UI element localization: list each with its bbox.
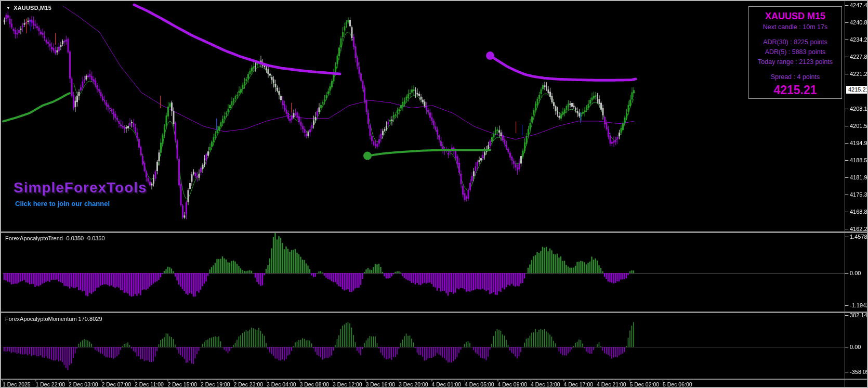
panel-title: XAUUSD M15 <box>749 10 841 22</box>
time-axis-label: 4 Dec 01:00 <box>432 381 462 387</box>
time-axis-label: 3 Dec 20:00 <box>399 381 428 387</box>
indicator1-axis-label: 0.00 <box>850 270 861 276</box>
panel-next-candle: Next candle : 10m 17s <box>749 22 841 32</box>
panel-adr30: ADR(30) : 8225 points <box>749 37 841 47</box>
price-axis-label: 4247.45 <box>850 2 868 8</box>
time-axis-label: 2 Dec 19:00 <box>201 381 230 387</box>
time-axis-label: 2 Dec 15:00 <box>168 381 198 387</box>
indicator2-axis-label: 382.148 <box>850 312 868 318</box>
symbol-label: XAUUSD,M15 <box>14 5 51 11</box>
current-price-box: 4215.21 <box>846 86 868 94</box>
time-axis-label: 2 Dec 11:00 <box>135 381 164 387</box>
panel-spacer <box>749 67 841 72</box>
symbol-dropdown[interactable]: ▼ XAUUSD,M15 <box>6 5 51 11</box>
panel-spread: Spread : 4 points <box>749 72 841 82</box>
time-axis-label: 3 Dec 16:00 <box>366 381 396 387</box>
price-axis[interactable]: 4247.454240.854234.254227.804221.204208.… <box>845 1 868 388</box>
time-axis[interactable]: 1 Dec 20251 Dec 22:002 Dec 03:002 Dec 07… <box>1 380 845 388</box>
chevron-down-icon: ▼ <box>6 6 10 10</box>
price-axis-label: 4175.30 <box>850 191 868 198</box>
time-axis-label: 3 Dec 08:00 <box>300 381 330 387</box>
chart-window: ▼ XAUUSD,M15 SimpleForexTools Click here… <box>0 0 868 388</box>
panel-price: 4215.21 <box>749 83 841 97</box>
price-axis-label: 4240.85 <box>850 19 868 25</box>
time-axis-label: 5 Dec 02:00 <box>630 381 660 387</box>
indicator2-axis-label: 0.00 <box>850 344 861 350</box>
price-axis-label: 4227.80 <box>850 54 868 60</box>
time-axis-label: 1 Dec 22:00 <box>36 381 65 387</box>
indicator1-axis-label: 1.4578 <box>850 234 867 240</box>
subwindow2-splitter[interactable] <box>1 312 868 313</box>
panel-adr5: ADR(5) : 5883 points <box>749 47 841 57</box>
time-axis-label: 4 Dec 09:00 <box>498 381 528 387</box>
subwindow1-splitter[interactable] <box>1 231 868 233</box>
time-axis-label: 3 Dec 12:00 <box>333 381 362 387</box>
indicator2-label: ForexApocalyptoMomentum 170.8029 <box>5 316 102 322</box>
panel-today-range: Today range : 2123 points <box>749 57 841 67</box>
indicator1-label: ForexApocalyptoTrend -0.0350 -0.0350 <box>5 235 105 241</box>
time-axis-label: 2 Dec 23:00 <box>234 381 264 387</box>
watermark-brand: SimpleForexTools <box>14 179 147 196</box>
price-axis-label: 4168.85 <box>850 209 868 215</box>
price-axis-label: 4221.20 <box>850 71 868 77</box>
time-axis-label: 4 Dec 17:00 <box>564 381 594 387</box>
time-axis-label: 3 Dec 04:00 <box>267 381 296 387</box>
time-axis-label: 4 Dec 21:00 <box>597 381 626 387</box>
price-axis-label: 4234.25 <box>850 36 868 43</box>
time-axis-label: 4 Dec 13:00 <box>531 381 560 387</box>
time-axis-label: 5 Dec 06:00 <box>663 381 692 387</box>
price-axis-label: 4208.15 <box>850 106 868 112</box>
time-axis-label: 2 Dec 03:00 <box>69 381 98 387</box>
price-axis-label: 4188.50 <box>850 157 868 163</box>
time-axis-label: 2 Dec 07:00 <box>102 381 131 387</box>
indicator1-axis-label: -1.1942 <box>850 302 868 308</box>
price-axis-label: 4162.25 <box>850 226 868 232</box>
time-axis-label: 4 Dec 05:00 <box>465 381 494 387</box>
indicator2-axis-label: -358.0583 <box>850 369 868 375</box>
channel-link[interactable]: Click here to join our channel <box>15 200 110 208</box>
price-axis-label: 4201.55 <box>850 123 868 129</box>
panel-spacer <box>749 32 841 37</box>
price-axis-label: 4194.95 <box>850 140 868 146</box>
info-panel: XAUUSD M15 Next candle : 10m 17s ADR(30)… <box>748 6 842 99</box>
time-axis-label: 1 Dec 2025 <box>3 381 31 387</box>
price-axis-label: 4181.90 <box>850 174 868 180</box>
